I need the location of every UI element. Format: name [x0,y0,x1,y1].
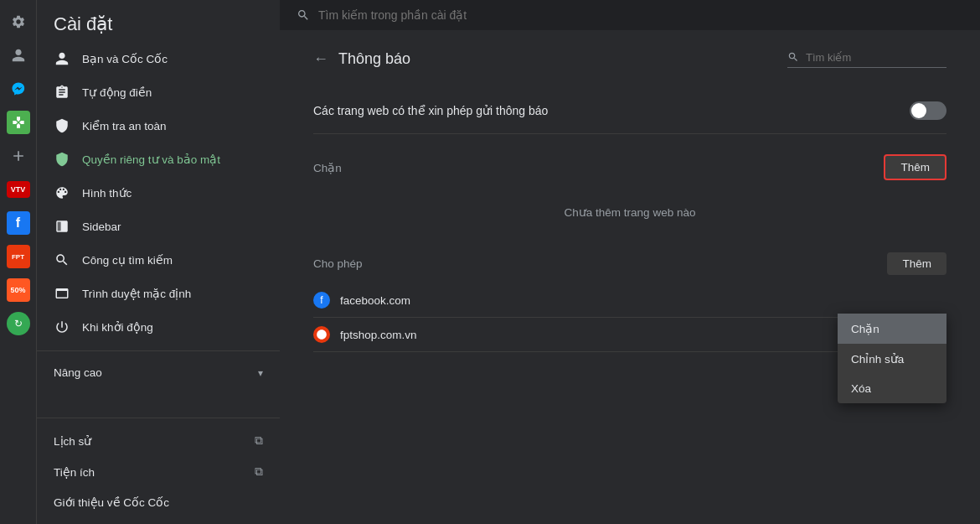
sidebar-bottom-lich-su[interactable]: Lịch sử ⧉ [37,425,280,456]
sidebar-bottom-tien-ich[interactable]: Tiện ích ⧉ [37,456,280,487]
sidebar-item-tu-dong-dien[interactable]: Tự động điền [37,75,270,109]
back-button[interactable]: ← [313,50,328,68]
sidebar-item-trinh-duyet[interactable]: Trình duyệt mặc định [37,277,270,310]
blocked-empty-state: Chưa thêm trang web nào [313,189,946,236]
fptshop-icon[interactable]: FPT [3,241,34,272]
sidebar-item-label: Sidebar [82,220,121,233]
sidebar-nav: Bạn và Cốc Cốc Tự động điền Kiểm tra an … [37,42,280,404]
sidebar-item-label: Bạn và Cốc Cốc [82,52,168,65]
sidebar-item-label: Quyền riêng tư và bảo mật [82,153,220,166]
sidebar-item-sidebar[interactable]: Sidebar [37,210,270,243]
external-link-icon-2: ⧉ [255,464,263,479]
sidebar-divider-2 [37,418,280,418]
sidebar-item-khi-khoi-dong[interactable]: Khi khởi động [37,310,270,344]
blocked-add-button[interactable]: Thêm [884,154,946,180]
dropdown-xoa[interactable]: Xóa [838,374,946,403]
blocked-section-header: Chặn Thêm [313,154,946,180]
sidebar: Cài đặt Bạn và Cốc Cốc Tự động điền Kiểm… [37,0,280,524]
blocked-section: Chặn Thêm Chưa thêm trang web nào [313,154,946,236]
search-icon [54,252,70,268]
youtube-icon[interactable]: VTV [3,174,34,205]
sale-icon[interactable]: 50% [3,275,34,305]
toggle-knob [911,103,926,118]
sidebar-item-label: Tự động điền [82,86,152,99]
sidebar-bottom-gioi-thieu[interactable]: Giới thiệu về Cốc Cốc [37,487,280,517]
sidebar-divider [37,350,280,351]
game-icon[interactable] [3,107,34,137]
top-search-input[interactable] [318,8,963,22]
content-search-icon [787,51,799,63]
sidebar-item-label: Công cụ tìm kiếm [82,253,173,267]
svg-rect-0 [58,222,61,231]
tien-ich-label: Tiện ích [54,465,246,479]
allowed-title: Cho phép [313,257,363,270]
fptshop-site-icon [313,326,330,343]
external-link-icon: ⧉ [255,433,263,448]
shield-icon [54,117,70,134]
sidebar-item-hinh-thuc[interactable]: Hình thức [37,176,270,210]
page-title: Thông báo [338,50,410,68]
facebook-icon[interactable]: f [3,208,34,238]
sidebar-icon [54,218,70,235]
content-search-input[interactable] [806,51,946,64]
advanced-label: Nâng cao [54,366,246,379]
sidebar-item-label: Kiểm tra an toàn [82,119,167,132]
facebook-row: f facebook.com Chặn Chỉnh sửa Xóa [313,283,946,318]
toggle-label: Các trang web có thể xin phép gửi thông … [313,104,548,117]
user-icon[interactable] [3,40,34,70]
sidebar-item-cong-cu-tim-kiem[interactable]: Công cụ tìm kiếm [37,243,270,277]
main-content: ← Thông báo Các trang web có thể xin phé… [280,0,980,524]
person-icon [54,50,70,67]
shield-green-icon [54,151,70,168]
sidebar-item-advanced[interactable]: Nâng cao ▾ [37,358,280,387]
sidebar-item-quyen-rieng-tu[interactable]: Quyền riêng tư và bảo mật [37,143,270,176]
content-header: ← Thông báo [313,50,946,68]
content-header-left: ← Thông báo [313,50,410,68]
facebook-site-icon: f [313,292,330,309]
sidebar-item-label: Khi khởi động [82,320,153,334]
top-search-icon [297,8,310,22]
palette-icon [54,184,70,201]
add-icon[interactable] [3,141,34,171]
sidebar-item-ban-va-coc-coc[interactable]: Bạn và Cốc Cốc [37,42,270,75]
lich-su-label: Lịch sử [54,434,246,448]
facebook-dropdown-menu: Chặn Chỉnh sửa Xóa [838,314,946,403]
sidebar-item-kiem-tra-an-toan[interactable]: Kiểm tra an toàn [37,109,270,143]
notification-toggle[interactable] [910,101,946,120]
sidebar-title: Cài đặt [37,0,280,42]
clipboard-icon [54,84,70,101]
chevron-down-icon: ▾ [258,367,263,379]
top-search-bar [280,0,980,30]
power-icon [54,319,70,335]
blocked-title: Chặn [313,161,342,174]
notification-toggle-row: Các trang web có thể xin phép gửi thông … [313,88,946,134]
messenger-icon[interactable] [3,74,34,104]
facebook-site-name: facebook.com [340,294,946,307]
content-area: ← Thông báo Các trang web có thể xin phé… [280,30,980,524]
browser-icon [54,285,70,302]
sidebar-item-label: Hình thức [82,186,132,200]
gioi-thieu-label: Giới thiệu về Cốc Cốc [54,495,169,509]
profile-icon[interactable]: ↻ [3,309,34,339]
allowed-section-header: Cho phép Thêm [313,252,946,275]
settings-icon[interactable] [3,7,34,37]
allowed-add-button[interactable]: Thêm [887,252,946,275]
dropdown-chinh-sua[interactable]: Chỉnh sửa [838,344,946,374]
allowed-section: Cho phép Thêm f facebook.com Chặn Chỉnh … [313,252,946,352]
sidebar-bottom: Lịch sử ⧉ Tiện ích ⧉ Giới thiệu về Cốc C… [37,404,280,524]
left-icon-bar: VTV f FPT 50% ↻ [0,0,37,524]
content-search [787,51,946,68]
sidebar-item-label: Trình duyệt mặc định [82,287,191,300]
dropdown-chan[interactable]: Chặn [838,314,946,344]
